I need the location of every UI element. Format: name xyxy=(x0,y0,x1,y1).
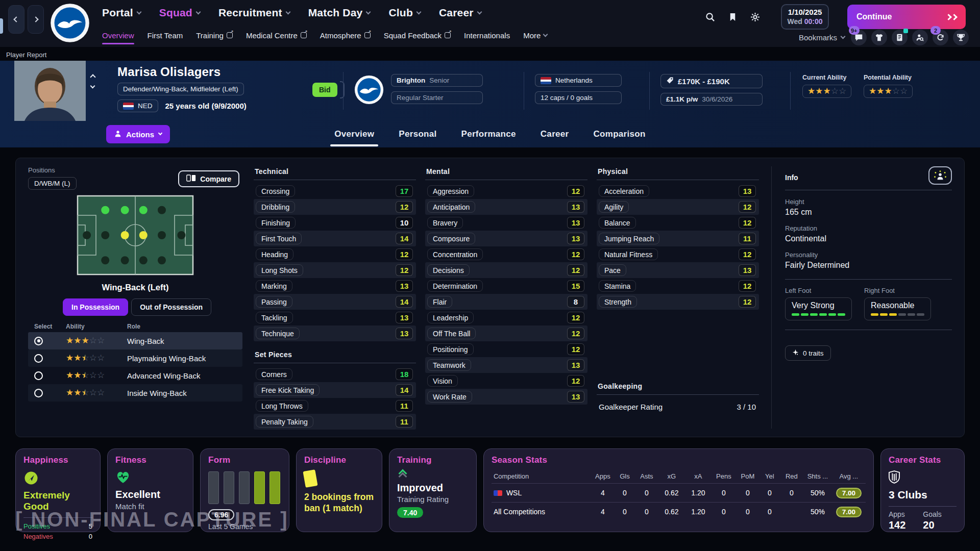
happiness-card[interactable]: Happiness Extremely Good Positives5 Nega… xyxy=(15,448,101,532)
attribute-row[interactable]: Pace 13 xyxy=(597,262,759,278)
transfer-value-chip[interactable]: £170K - £190K xyxy=(660,74,763,88)
toggle-in-possession[interactable]: In Possession xyxy=(63,298,128,316)
tab-performance[interactable]: Performance xyxy=(460,126,517,142)
attribute-row[interactable]: Free Kick Taking 14 xyxy=(254,382,416,398)
bid-button[interactable]: Bid xyxy=(312,83,337,97)
attribute-row[interactable]: Natural Fitness 12 xyxy=(597,246,759,262)
role-radio[interactable] xyxy=(34,389,43,397)
attribute-row[interactable]: Long Shots 12 xyxy=(254,262,416,278)
forward-button[interactable] xyxy=(28,5,44,34)
scouting-icon[interactable] xyxy=(912,30,928,45)
attribute-row[interactable]: Stamina 12 xyxy=(597,278,759,294)
attribute-row[interactable]: Decisions 12 xyxy=(425,262,587,278)
career-stats-card[interactable]: Career Stats 3 Clubs Apps142 Goals20 xyxy=(880,448,965,532)
game-date[interactable]: 1/10/2025 Wed 00:00 xyxy=(781,4,829,30)
attribute-row[interactable]: Composure 13 xyxy=(425,231,587,246)
toggle-out-of-possession[interactable]: Out of Possession xyxy=(131,298,211,316)
attribute-row[interactable]: Positioning 12 xyxy=(425,341,587,357)
attribute-row[interactable]: Concentration 12 xyxy=(425,246,587,262)
nav-item-career[interactable]: Career xyxy=(439,7,481,19)
attribute-row[interactable]: Strength 12 xyxy=(597,294,759,310)
trophy-icon[interactable] xyxy=(953,30,969,45)
subnav-item-training[interactable]: Training xyxy=(196,31,233,40)
attribute-row[interactable]: Jumping Reach 11 xyxy=(597,231,759,246)
attribute-row[interactable]: Determination 15 xyxy=(425,278,587,294)
attribute-row[interactable]: Flair 8 xyxy=(425,294,587,310)
tab-personal[interactable]: Personal xyxy=(398,126,437,142)
stats-row[interactable]: WSL 4000.621.20000050% 7.00 xyxy=(492,483,866,502)
attribute-row[interactable]: Off The Ball 12 xyxy=(425,325,587,341)
club-crest-icon[interactable] xyxy=(354,75,384,105)
subnav-item-more[interactable]: More xyxy=(523,31,547,40)
bookmark-icon[interactable] xyxy=(727,11,738,22)
attribute-row[interactable]: Heading 12 xyxy=(254,246,416,262)
attribute-row[interactable]: Long Throws 11 xyxy=(254,398,416,414)
subnav-item-medical-centre[interactable]: Medical Centre xyxy=(246,31,307,40)
role-radio[interactable] xyxy=(34,371,43,380)
attribute-row[interactable]: Crossing 17 xyxy=(254,183,416,199)
club-chip[interactable]: BrightonSenior xyxy=(391,74,483,87)
role-radio[interactable] xyxy=(34,354,43,363)
attribute-row[interactable]: Passing 14 xyxy=(254,294,416,310)
training-card[interactable]: Training Improved Training Rating 7.40 xyxy=(389,448,477,532)
attribute-row[interactable]: Aggression 12 xyxy=(425,183,587,199)
attribute-row[interactable]: First Touch 14 xyxy=(254,231,416,246)
messages-icon[interactable]: 9+ xyxy=(851,30,867,45)
news-icon[interactable] xyxy=(892,30,908,45)
fitness-card[interactable]: Fitness Excellent Match fit xyxy=(107,448,193,532)
nav-item-match-day[interactable]: Match Day xyxy=(308,7,371,19)
nav-item-squad[interactable]: Squad xyxy=(159,7,200,19)
bookmarks-dropdown[interactable]: Bookmarks xyxy=(799,33,845,42)
attribute-row[interactable]: Work Rate 13 xyxy=(425,389,587,405)
tab-career[interactable]: Career xyxy=(540,126,570,142)
season-stats-card[interactable]: Season Stats CompetitionAppsGlsAstsxGxAP… xyxy=(483,448,874,532)
subnav-item-squad-feedback[interactable]: Squad Feedback xyxy=(384,31,451,40)
search-icon[interactable] xyxy=(704,11,716,22)
actions-button[interactable]: Actions xyxy=(106,125,170,143)
next-player-button[interactable] xyxy=(90,84,95,89)
club-crest-logo[interactable] xyxy=(50,3,90,43)
settings-icon[interactable] xyxy=(749,11,761,22)
nav-item-portal[interactable]: Portal xyxy=(102,7,141,19)
role-row[interactable]: ★★★☆☆ Wing-Back xyxy=(28,332,242,349)
attribute-row[interactable]: Agility 12 xyxy=(597,199,759,215)
attribute-row[interactable]: Corners 18 xyxy=(254,366,416,382)
sync-icon[interactable]: 2 xyxy=(933,30,948,45)
attribute-row[interactable]: Finishing 10 xyxy=(254,215,416,231)
attribute-row[interactable]: Bravery 13 xyxy=(425,215,587,231)
attribute-row[interactable]: Acceleration 13 xyxy=(597,183,759,199)
attribute-row[interactable]: Anticipation 13 xyxy=(425,199,587,215)
role-radio[interactable] xyxy=(34,337,43,345)
shirt-icon[interactable] xyxy=(871,30,887,45)
stats-row[interactable]: All Competitions 4000.621.2000050% 7.00 xyxy=(492,502,866,521)
traits-button[interactable]: 0 traits xyxy=(785,345,831,361)
back-button[interactable] xyxy=(8,5,24,34)
role-row[interactable]: ★★☆★☆☆ Playmaking Wing-Back xyxy=(28,349,242,367)
subnav-item-overview[interactable]: Overview xyxy=(102,31,134,40)
attribute-row[interactable]: Teamwork 13 xyxy=(425,357,587,373)
attribute-analysis-button[interactable] xyxy=(928,166,952,185)
continue-button[interactable]: Continue xyxy=(847,5,966,29)
compare-button[interactable]: Compare xyxy=(178,170,239,187)
attribute-row[interactable]: Tackling 13 xyxy=(254,310,416,325)
nav-item-recruitment[interactable]: Recruitment xyxy=(218,7,290,19)
attribute-row[interactable]: Marking 13 xyxy=(254,278,416,294)
tab-comparison[interactable]: Comparison xyxy=(592,126,646,142)
discipline-card[interactable]: Discipline 2 bookings from ban (1 match) xyxy=(296,448,382,532)
attribute-row[interactable]: Technique 13 xyxy=(254,325,416,341)
role-row[interactable]: ★★☆★☆☆ Inside Wing-Back xyxy=(28,384,242,402)
prev-player-button[interactable] xyxy=(90,74,95,80)
subnav-item-first-team[interactable]: First Team xyxy=(148,31,183,40)
subnav-item-atmosphere[interactable]: Atmosphere xyxy=(320,31,371,40)
attribute-row[interactable]: Balance 12 xyxy=(597,215,759,231)
nav-item-club[interactable]: Club xyxy=(388,7,420,19)
form-card[interactable]: Form 6.96 Last 5 Games xyxy=(200,448,289,532)
role-row[interactable]: ★★☆★☆☆ Advanced Wing-Back xyxy=(28,367,242,384)
subnav-item-internationals[interactable]: Internationals xyxy=(464,31,510,40)
attribute-row[interactable]: Dribbling 12 xyxy=(254,199,416,215)
attribute-row[interactable]: Penalty Taking 11 xyxy=(254,414,416,430)
nation-chip[interactable]: Netherlands xyxy=(535,74,622,87)
tab-overview[interactable]: Overview xyxy=(333,126,375,142)
attribute-row[interactable]: Leadership 12 xyxy=(425,310,587,325)
attribute-row[interactable]: Vision 12 xyxy=(425,373,587,389)
